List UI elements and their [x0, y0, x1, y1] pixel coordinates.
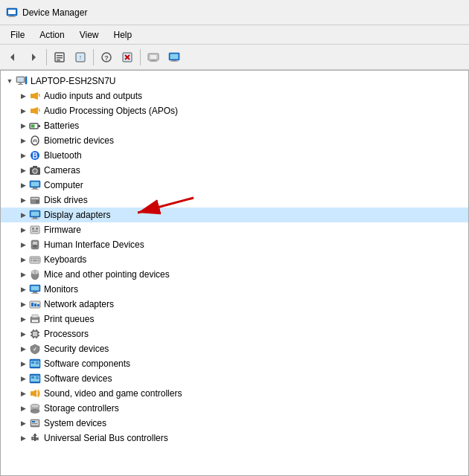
item-expand-arrow[interactable]	[17, 194, 29, 206]
properties-button[interactable]	[50, 48, 69, 67]
disk-icon	[29, 194, 41, 206]
svg-marker-5	[32, 54, 36, 61]
svg-rect-60	[32, 228, 34, 230]
svg-rect-81	[31, 286, 39, 291]
item-expand-arrow[interactable]	[17, 90, 29, 102]
tree-item[interactable]: Processors	[1, 327, 468, 341]
menu-action[interactable]: Action	[32, 28, 71, 42]
menu-file[interactable]: File	[3, 28, 32, 42]
svg-point-66	[36, 245, 37, 247]
tree-item[interactable]: Cameras	[1, 163, 468, 178]
software-icon	[29, 358, 41, 370]
computer-icon	[29, 179, 41, 191]
update-driver-button[interactable]: ↑	[71, 48, 90, 67]
menu-view[interactable]: View	[72, 28, 106, 42]
svg-marker-35	[34, 107, 38, 115]
forward-button[interactable]	[24, 48, 43, 67]
item-expand-arrow[interactable]	[17, 224, 29, 236]
svg-rect-30	[31, 94, 34, 98]
biometric-icon	[29, 135, 41, 147]
svg-rect-40	[31, 125, 35, 128]
toolbar-separator-2	[93, 49, 94, 65]
tree-item[interactable]: ✓Security devices	[1, 341, 468, 356]
item-label: Print queues	[44, 314, 94, 324]
software-icon	[29, 373, 41, 385]
svg-rect-76	[38, 260, 39, 262]
display-icon	[168, 51, 180, 63]
camera-icon	[29, 164, 41, 176]
root-computer-icon	[16, 75, 28, 87]
item-label: Firmware	[44, 225, 81, 235]
tree-item[interactable]: Sound, video and game controllers	[1, 386, 468, 401]
item-expand-arrow[interactable]	[17, 120, 29, 132]
hid-icon	[29, 239, 41, 251]
svg-text:✓: ✓	[33, 347, 37, 352]
item-expand-arrow[interactable]	[17, 254, 29, 266]
update-icon: ↑	[74, 51, 86, 63]
item-expand-arrow[interactable]	[17, 209, 29, 221]
item-expand-arrow[interactable]	[17, 268, 29, 280]
svg-rect-91	[33, 321, 37, 321]
svg-rect-50	[33, 187, 37, 189]
help-button[interactable]: ?	[97, 48, 116, 67]
svg-rect-27	[19, 83, 22, 84]
item-expand-arrow[interactable]	[17, 432, 29, 444]
item-label: Processors	[44, 329, 89, 339]
back-icon	[7, 51, 19, 63]
tree-root-item[interactable]: LAPTOP-ESH2SN7U	[1, 74, 468, 89]
tree-item[interactable]: Firmware	[1, 222, 468, 237]
root-expand-arrow[interactable]	[4, 75, 16, 87]
tree-item[interactable]: Audio inputs and outputs	[1, 89, 468, 103]
tree-item[interactable]: Print queues	[1, 312, 468, 327]
item-expand-arrow[interactable]	[17, 149, 29, 161]
item-expand-arrow[interactable]	[17, 105, 29, 117]
item-expand-arrow[interactable]	[17, 373, 29, 385]
item-expand-arrow[interactable]	[17, 387, 29, 399]
svg-rect-107	[36, 363, 39, 364]
tree-item[interactable]: Software components	[1, 356, 468, 371]
item-expand-arrow[interactable]	[17, 179, 29, 191]
item-expand-arrow[interactable]	[17, 135, 29, 147]
item-label: Universal Serial Bus controllers	[44, 433, 168, 443]
item-label: Batteries	[44, 120, 79, 131]
tree-item[interactable]: Software devices	[1, 371, 468, 386]
item-expand-arrow[interactable]	[17, 358, 29, 370]
tree-item[interactable]: Computer	[1, 178, 468, 193]
svg-rect-86	[34, 303, 36, 306]
display-button[interactable]	[165, 48, 184, 67]
svg-line-36	[39, 109, 39, 110]
tree-item[interactable]: Display adapters	[1, 208, 468, 222]
tree-item[interactable]: Biometric devices	[1, 133, 468, 148]
tree-item[interactable]: Mice and other pointing devices	[1, 267, 468, 282]
device-tree[interactable]: LAPTOP-ESH2SN7U Audio inputs and outputs…	[0, 70, 469, 476]
svg-rect-87	[37, 304, 39, 306]
tree-item[interactable]: Keyboards	[1, 252, 468, 267]
item-expand-arrow[interactable]	[17, 402, 29, 414]
item-expand-arrow[interactable]	[17, 239, 29, 251]
tree-item[interactable]: Disk drives	[1, 193, 468, 208]
tree-item[interactable]: Human Interface Devices	[1, 237, 468, 252]
scan-button[interactable]	[144, 48, 163, 67]
tree-item[interactable]: BBluetooth	[1, 148, 468, 163]
back-button[interactable]	[3, 48, 22, 67]
item-expand-arrow[interactable]	[17, 328, 29, 340]
item-expand-arrow[interactable]	[17, 283, 29, 295]
tree-item[interactable]: Monitors	[1, 282, 468, 297]
tree-item[interactable]: Network adapters	[1, 297, 468, 312]
tree-item[interactable]: System devices	[1, 416, 468, 431]
item-expand-arrow[interactable]	[17, 164, 29, 176]
svg-rect-74	[31, 260, 33, 262]
item-label: Storage controllers	[44, 403, 119, 414]
tree-item[interactable]: Audio Processing Objects (APOs)	[1, 103, 468, 118]
item-expand-arrow[interactable]	[17, 313, 29, 325]
item-expand-arrow[interactable]	[17, 343, 29, 355]
tree-item[interactable]: Storage controllers	[1, 401, 468, 416]
menu-help[interactable]: Help	[106, 28, 140, 42]
toolbar-separator-3	[140, 49, 141, 65]
tree-item[interactable]: Universal Serial Bus controllers	[1, 431, 468, 446]
tree-item[interactable]: Batteries	[1, 118, 468, 133]
item-expand-arrow[interactable]	[17, 417, 29, 429]
svg-rect-64	[33, 242, 37, 245]
item-expand-arrow[interactable]	[17, 298, 29, 310]
uninstall-button[interactable]	[118, 48, 137, 67]
